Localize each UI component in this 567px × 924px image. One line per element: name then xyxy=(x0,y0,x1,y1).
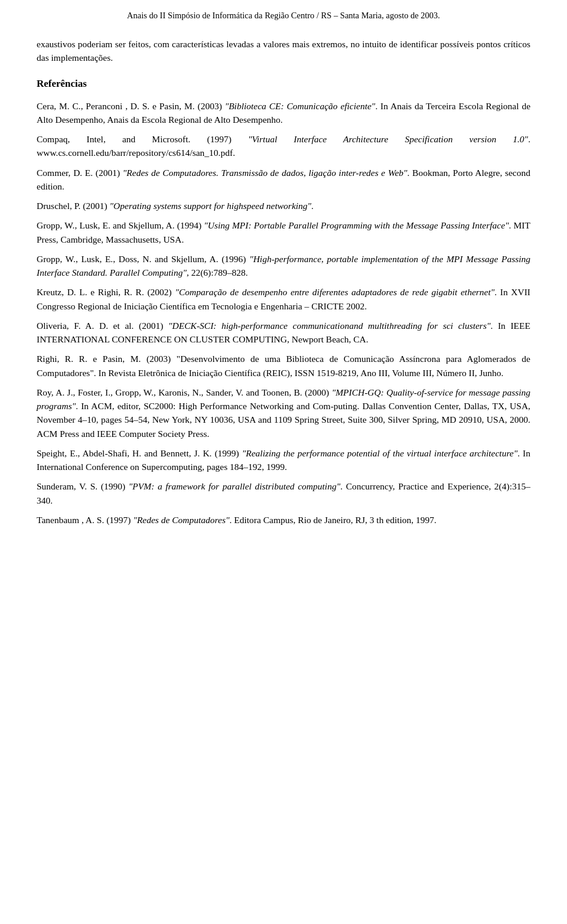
ref-italic-gropp1994: "Using MPI: Portable Parallel Programmin… xyxy=(204,220,509,230)
ref-text-gropp1996: , 22(6):789–828. xyxy=(187,267,248,277)
ref-text-oliveria: Oliveria, F. A. D. et al. (2001) xyxy=(37,321,168,331)
ref-italic-kreutz: "Comparação de desempenho entre diferent… xyxy=(175,287,494,297)
ref-text-roy: Roy, A. J., Foster, I., Gropp, W., Karon… xyxy=(37,387,332,397)
ref-item-gropp1996: Gropp, W., Lusk, E., Doss, N. and Skjell… xyxy=(37,252,530,280)
ref-text-kreutz: Kreutz, D. L. e Righi, R. R. (2002) xyxy=(37,287,175,297)
ref-italic-tanenbaum: "Redes de Computadores" xyxy=(133,515,229,525)
ref-text-roy: . In ACM, editor, SC2000: High Performan… xyxy=(37,401,530,439)
ref-italic-druschel: "Operating systems support for highspeed… xyxy=(110,201,312,211)
page-header: Anais do II Simpósio de Informática da R… xyxy=(37,11,530,21)
ref-item-druschel: Druschel, P. (2001) "Operating systems s… xyxy=(37,199,530,213)
ref-italic-oliveria: "DECK-SCI: high-performance communicatio… xyxy=(168,321,490,331)
ref-text-druschel: Druschel, P. (2001) xyxy=(37,201,110,211)
intro-paragraph: exaustivos poderiam ser feitos, com cara… xyxy=(37,37,530,65)
ref-item-cera: Cera, M. C., Peranconi , D. S. e Pasin, … xyxy=(37,99,530,127)
ref-text-sunderam: Sunderam, V. S. (1990) xyxy=(37,481,129,491)
ref-text-speight: Speight, E., Abdel-Shafi, H. and Bennett… xyxy=(37,448,242,458)
ref-item-compaq: Compaq, Intel, and Microsoft. (1997) "Vi… xyxy=(37,132,530,160)
ref-item-righi: Righi, R. R. e Pasin, M. (2003) "Desenvo… xyxy=(37,352,530,380)
ref-item-tanenbaum: Tanenbaum , A. S. (1997) "Redes de Compu… xyxy=(37,513,530,527)
ref-text-gropp1994: Gropp, W., Lusk, E. and Skjellum, A. (19… xyxy=(37,220,204,230)
ref-item-kreutz: Kreutz, D. L. e Righi, R. R. (2002) "Com… xyxy=(37,285,530,313)
ref-text-commer: Commer, D. E. (2001) xyxy=(37,168,123,178)
ref-text-cera: Cera, M. C., Peranconi , D. S. e Pasin, … xyxy=(37,101,225,111)
ref-italic-speight: "Realizing the performance potential of … xyxy=(242,448,518,458)
ref-text-righi: Righi, R. R. e Pasin, M. (2003) "Desenvo… xyxy=(37,354,530,377)
ref-text-tanenbaum: . Editora Campus, Rio de Janeiro, RJ, 3 … xyxy=(230,515,436,525)
ref-text-gropp1996: Gropp, W., Lusk, E., Doss, N. and Skjell… xyxy=(37,254,249,264)
ref-item-oliveria: Oliveria, F. A. D. et al. (2001) "DECK-S… xyxy=(37,319,530,347)
header-text: Anais do II Simpósio de Informática da R… xyxy=(127,11,440,20)
ref-text-druschel: . xyxy=(311,201,314,211)
ref-item-gropp1994: Gropp, W., Lusk, E. and Skjellum, A. (19… xyxy=(37,218,530,246)
references-list: Cera, M. C., Peranconi , D. S. e Pasin, … xyxy=(37,99,530,527)
ref-text-tanenbaum: Tanenbaum , A. S. (1997) xyxy=(37,515,133,525)
ref-item-sunderam: Sunderam, V. S. (1990) "PVM: a framework… xyxy=(37,479,530,507)
ref-text-compaq: Compaq, Intel, and Microsoft. (1997) xyxy=(37,134,248,144)
ref-italic-sunderam: "PVM: a framework for parallel distribut… xyxy=(129,481,340,491)
ref-italic-cera: "Biblioteca CE: Comunicação eficiente" xyxy=(225,101,376,111)
intro-text: exaustivos poderiam ser feitos, com cara… xyxy=(37,39,530,63)
references-heading: Referências xyxy=(37,78,530,90)
ref-item-speight: Speight, E., Abdel-Shafi, H. and Bennett… xyxy=(37,446,530,474)
ref-item-commer: Commer, D. E. (2001) "Redes de Computado… xyxy=(37,166,530,194)
ref-italic-commer: "Redes de Computadores. Transmissão de d… xyxy=(123,168,408,178)
ref-item-roy: Roy, A. J., Foster, I., Gropp, W., Karon… xyxy=(37,386,530,440)
page: Anais do II Simpósio de Informática da R… xyxy=(0,0,567,924)
ref-italic-compaq: "Virtual Interface Architecture Specific… xyxy=(248,134,528,144)
